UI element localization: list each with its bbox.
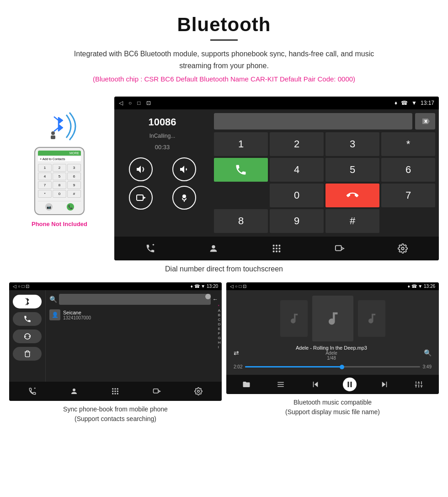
phone-mockup: MORE + Add to Contacts 1 2 3 4 5 6 7 8 9… — [34, 147, 85, 215]
numpad: 1 2 3 * 4 5 6 0 — [214, 132, 435, 233]
svg-rect-36 — [115, 391, 116, 392]
svg-marker-50 — [382, 382, 386, 387]
music-folder-btn[interactable] — [240, 378, 253, 391]
music-controls-bar — [226, 375, 439, 394]
pb-letter-star[interactable]: * — [218, 304, 221, 308]
music-list-btn[interactable] — [274, 378, 288, 391]
numpad-key-5[interactable]: 5 — [325, 158, 379, 182]
music-album-row — [280, 296, 385, 341]
pb-letter-a[interactable]: A — [218, 308, 221, 313]
svg-rect-15 — [273, 245, 275, 247]
music-status-right: ♦ ☎ ▼ 13:26 — [408, 284, 435, 289]
phone-contact-bar: + Add to Contacts — [38, 157, 81, 162]
music-play-pause-btn[interactable] — [343, 378, 357, 391]
bottom-transfer-icon[interactable] — [331, 240, 348, 257]
numpad-key-0[interactable]: 0 — [270, 184, 324, 207]
numpad-call-btn[interactable] — [214, 158, 268, 182]
pb-search-field[interactable] — [59, 294, 211, 305]
pb-bottom-settings-icon[interactable] — [192, 384, 205, 398]
svg-point-42 — [197, 390, 199, 393]
pb-letter-c[interactable]: C — [218, 318, 221, 322]
svg-rect-22 — [276, 251, 277, 253]
car-screen-bottom-bar — [114, 237, 439, 260]
svg-rect-38 — [112, 393, 114, 394]
phone-key-hash: # — [67, 190, 81, 198]
car-screen: ◁ ○ □ ⊡ ♦ ☎ ▼ 13:17 10086 InCalling... — [114, 97, 439, 260]
pb-bottom-calls-icon[interactable] — [26, 384, 39, 398]
phonebook-screen: ◁ ○ □ ⊡ ♦ ☎ ▼ 13:20 — [9, 282, 222, 401]
pb-call-btn[interactable] — [13, 312, 42, 326]
numpad-key-9[interactable]: 9 — [270, 209, 324, 233]
pb-bottom-transfer-icon[interactable] — [150, 384, 164, 398]
mute-btn[interactable] — [172, 186, 196, 210]
phone-key-0: 0 — [53, 190, 66, 198]
music-search-icon[interactable]: 🔍 — [424, 349, 432, 357]
bottom-dialpad-icon[interactable] — [268, 240, 285, 257]
pb-back-arrow[interactable]: ← — [213, 296, 218, 303]
phone-side: MORE + Add to Contacts 1 2 3 4 5 6 7 8 9… — [9, 97, 110, 260]
dial-input-field[interactable] — [214, 113, 412, 130]
numpad-key-3[interactable]: 3 — [325, 132, 379, 156]
pb-bluetooth-btn[interactable] — [13, 295, 42, 308]
phonebook-bottom-bar — [9, 382, 222, 401]
music-counter: 1/48 — [239, 356, 424, 361]
volume-up-btn[interactable]: + — [129, 157, 153, 181]
bottom-contacts-icon[interactable] — [205, 240, 222, 257]
music-progress-dot[interactable] — [340, 365, 344, 369]
pb-letter-d[interactable]: D — [218, 322, 221, 326]
pb-contact-row[interactable]: 👤 Seicane 13241007000 — [49, 308, 218, 322]
numpad-key-hash[interactable]: # — [325, 209, 379, 233]
pb-contact-avatar: 👤 — [49, 309, 60, 320]
page-title: Bluetooth — [9, 14, 439, 36]
bottom-settings-icon[interactable] — [395, 240, 411, 257]
phonebook-status-bar: ◁ ○ □ ⊡ ♦ ☎ ▼ 13:20 — [9, 282, 222, 290]
pb-sync-btn[interactable] — [13, 330, 42, 343]
dial-input-row — [214, 113, 435, 130]
numpad-key-star[interactable]: * — [381, 132, 435, 156]
music-equalizer-btn[interactable] — [412, 378, 426, 391]
pb-letter-i[interactable]: I — [218, 345, 221, 349]
music-shuffle-icon[interactable]: ⇄ — [234, 349, 239, 357]
pb-letter-f[interactable]: F — [218, 331, 221, 335]
numpad-key-7[interactable]: 7 — [381, 184, 435, 207]
music-progress-track[interactable] — [245, 366, 420, 367]
numpad-key-8[interactable]: 8 — [214, 209, 268, 233]
dial-clear-btn[interactable] — [415, 113, 435, 130]
music-prev-btn[interactable] — [309, 378, 322, 391]
numpad-key-1[interactable]: 1 — [214, 132, 268, 156]
pb-bottom-dialpad-icon[interactable] — [108, 384, 122, 398]
svg-rect-35 — [112, 391, 114, 392]
pb-letter-e[interactable]: E — [218, 327, 221, 331]
pb-letter-g[interactable]: G — [218, 336, 221, 340]
status-nav-icons: ◁ ○ □ ⊡ — [119, 100, 151, 106]
svg-rect-9 — [137, 195, 143, 200]
wifi-icon: ▼ — [411, 100, 417, 106]
numpad-key-2[interactable]: 2 — [270, 132, 324, 156]
dial-caption: Dial number direct from touchscreen — [0, 260, 448, 278]
music-panel: ◁ ○ □ ⊡ ♦ ☎ ▼ 13:26 — [226, 282, 439, 427]
numpad-key-4[interactable]: 4 — [270, 158, 324, 182]
pb-alphabet-list: * A B C D E F G H I — [218, 304, 221, 349]
pb-letter-h[interactable]: H — [218, 340, 221, 345]
phonebook-caption: Sync phone-book from mobile phone (Suppo… — [61, 401, 170, 427]
volume-down-btn[interactable]: - — [172, 157, 196, 181]
numpad-key-6[interactable]: 6 — [381, 158, 435, 182]
nav-screenshot-icon: ⊡ — [146, 100, 151, 106]
phone-key-9: 9 — [67, 181, 81, 189]
dial-area: 10086 InCalling... 00:33 + — [114, 109, 439, 237]
svg-rect-18 — [273, 248, 275, 249]
bottom-calls-icon[interactable] — [142, 240, 159, 257]
phone-not-included-label: Phone Not Included — [32, 221, 87, 227]
svg-rect-21 — [273, 251, 275, 253]
svg-line-4 — [54, 128, 59, 131]
svg-rect-49 — [351, 382, 352, 387]
transfer-btn[interactable] — [129, 186, 153, 210]
pb-delete-btn[interactable] — [13, 347, 42, 361]
numpad-hangup-btn[interactable] — [325, 184, 379, 207]
music-next-btn[interactable] — [378, 378, 391, 391]
pb-bottom-contacts-icon[interactable] — [67, 384, 81, 398]
dial-left-panel: 10086 InCalling... 00:33 + — [114, 109, 210, 237]
dial-timer: 00:33 — [121, 144, 203, 151]
pb-letter-b[interactable]: B — [218, 313, 221, 317]
svg-rect-41 — [154, 389, 159, 393]
